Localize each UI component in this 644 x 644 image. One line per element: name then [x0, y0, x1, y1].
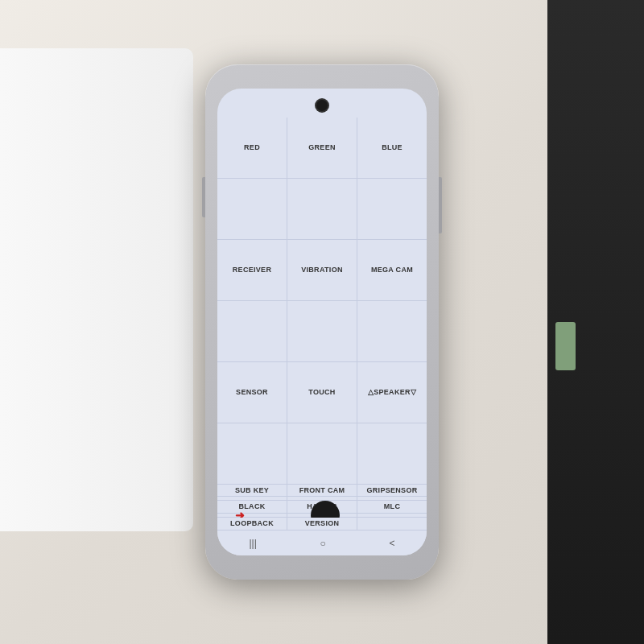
power-button [439, 177, 442, 233]
home-button[interactable]: ○ [320, 538, 326, 549]
foam-surface [0, 48, 193, 531]
grid-cell-empty4 [217, 301, 287, 361]
grid-cell-empty8 [287, 423, 357, 484]
phone-screen: RED GREEN BLUE RECEIVER VIBRATION [217, 89, 427, 555]
grid-cell-empty14 [357, 514, 427, 517]
grid-cell-empty5 [287, 301, 357, 361]
grid-cell-empty6 [357, 301, 427, 361]
diagnostic-grid: RED GREEN BLUE RECEIVER VIBRATION [217, 118, 427, 530]
grid-cell-gripsensor[interactable]: GRIPSENSOR [357, 485, 427, 497]
grid-cell-front-cam[interactable]: FRONT CAM [287, 485, 357, 497]
grid-cell-circle[interactable] [287, 514, 357, 517]
grid-cell-sub-key[interactable]: SUB KEY [217, 485, 287, 497]
phone-device: RED GREEN BLUE RECEIVER VIBRATION [205, 64, 439, 580]
grid-cell-touch[interactable]: TOUCH [287, 362, 357, 423]
grid-cell-empty11 [287, 497, 357, 500]
volume-button [202, 177, 205, 217]
back-button[interactable]: < [390, 538, 395, 549]
grid-cell-empty7 [217, 423, 287, 484]
recents-button[interactable]: ||| [249, 538, 256, 549]
grid-cell-sensor[interactable]: SENSOR [217, 362, 287, 423]
grid-cell-vibration[interactable]: VIBRATION [287, 240, 357, 300]
grid-cell-receiver[interactable]: RECEIVER [217, 240, 287, 300]
grid-cell-red[interactable]: RED [217, 118, 287, 178]
grid-cell-empty9 [357, 423, 427, 484]
grid-cell-empty10 [217, 497, 287, 500]
grid-cell-speaker[interactable]: △SPEAKER▽ [357, 362, 427, 423]
grid-cell-empty3 [357, 179, 427, 239]
grid-cell-empty1 [217, 179, 287, 239]
grid-cell-green[interactable]: GREEN [287, 118, 357, 178]
grid-cell-black[interactable]: BLACK [217, 501, 287, 513]
grid-cell-empty2 [287, 179, 357, 239]
green-sticker [555, 322, 576, 370]
grid-cell-loopback[interactable]: LOOPBACK [217, 518, 287, 530]
table-surface: RED GREEN BLUE RECEIVER VIBRATION [0, 0, 644, 644]
grid-cell-empty12 [357, 497, 427, 500]
navigation-bar: ||| ○ < [217, 530, 427, 555]
grid-cell-empty15 [357, 518, 427, 530]
punch-hole-camera [316, 100, 328, 111]
grid-cell-version[interactable]: VERSION [287, 518, 357, 530]
grid-cell-mlc[interactable]: MLC [357, 501, 427, 513]
grid-cell-mega-cam[interactable]: MEGA CAM [357, 240, 427, 300]
grid-cell-blue[interactable]: BLUE [357, 118, 427, 178]
grid-cell-arrow-area: ➜ [217, 514, 287, 517]
